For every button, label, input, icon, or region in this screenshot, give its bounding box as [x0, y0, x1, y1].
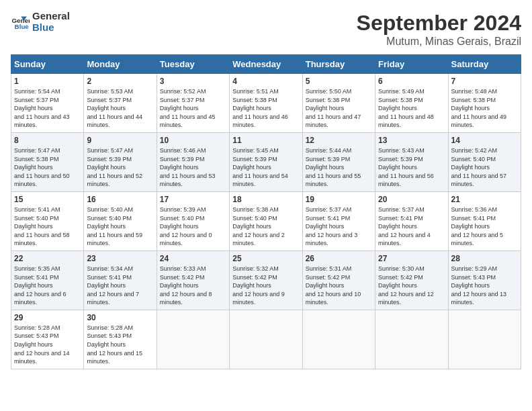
calendar-cell: 1 Sunrise: 5:54 AM Sunset: 5:37 PM Dayli… — [11, 74, 84, 133]
day-info: Sunrise: 5:53 AM Sunset: 5:37 PM Dayligh… — [87, 87, 153, 130]
column-header-sunday: Sunday — [11, 55, 84, 74]
day-info: Sunrise: 5:44 AM Sunset: 5:39 PM Dayligh… — [306, 146, 372, 189]
calendar-cell: 10 Sunrise: 5:46 AM Sunset: 5:39 PM Dayl… — [157, 132, 229, 191]
calendar-week-5: 29 Sunrise: 5:28 AM Sunset: 5:43 PM Dayl… — [11, 310, 521, 369]
day-info: Sunrise: 5:42 AM Sunset: 5:40 PM Dayligh… — [451, 146, 518, 189]
day-number: 15 — [14, 195, 81, 204]
calendar-week-3: 15 Sunrise: 5:41 AM Sunset: 5:40 PM Dayl… — [11, 191, 521, 250]
calendar-cell: 6 Sunrise: 5:49 AM Sunset: 5:38 PM Dayli… — [375, 74, 448, 133]
calendar-cell: 22 Sunrise: 5:35 AM Sunset: 5:41 PM Dayl… — [11, 250, 84, 310]
location-subtitle: Mutum, Minas Gerais, Brazil — [357, 36, 521, 48]
logo-line2: Blue — [32, 22, 70, 34]
day-number: 14 — [451, 136, 518, 145]
day-number: 2 — [87, 77, 153, 86]
logo-line1: General — [32, 11, 70, 22]
logo-text: General Blue — [32, 11, 70, 33]
logo: General Blue General Blue — [11, 11, 70, 33]
day-info: Sunrise: 5:34 AM Sunset: 5:41 PM Dayligh… — [87, 265, 153, 307]
calendar-table: SundayMondayTuesdayWednesdayThursdayFrid… — [11, 54, 521, 369]
calendar-cell: 29 Sunrise: 5:28 AM Sunset: 5:43 PM Dayl… — [11, 310, 84, 369]
day-number: 24 — [160, 254, 226, 263]
calendar-cell: 25 Sunrise: 5:32 AM Sunset: 5:42 PM Dayl… — [230, 250, 302, 310]
calendar-cell: 27 Sunrise: 5:30 AM Sunset: 5:42 PM Dayl… — [375, 250, 448, 310]
day-info: Sunrise: 5:37 AM Sunset: 5:41 PM Dayligh… — [306, 205, 372, 248]
calendar-cell: 17 Sunrise: 5:39 AM Sunset: 5:40 PM Dayl… — [157, 191, 229, 250]
calendar-cell: 23 Sunrise: 5:34 AM Sunset: 5:41 PM Dayl… — [84, 250, 157, 310]
day-info: Sunrise: 5:29 AM Sunset: 5:43 PM Dayligh… — [451, 265, 518, 307]
day-number: 7 — [451, 77, 518, 86]
calendar-cell — [448, 310, 521, 369]
day-number: 18 — [232, 195, 299, 204]
day-info: Sunrise: 5:52 AM Sunset: 5:37 PM Dayligh… — [160, 87, 226, 130]
day-info: Sunrise: 5:47 AM Sunset: 5:39 PM Dayligh… — [87, 146, 153, 189]
calendar-cell: 26 Sunrise: 5:31 AM Sunset: 5:42 PM Dayl… — [302, 250, 375, 310]
day-info: Sunrise: 5:35 AM Sunset: 5:41 PM Dayligh… — [14, 265, 81, 307]
calendar-cell: 18 Sunrise: 5:38 AM Sunset: 5:40 PM Dayl… — [230, 191, 302, 250]
calendar-cell: 4 Sunrise: 5:51 AM Sunset: 5:38 PM Dayli… — [230, 74, 302, 133]
day-number: 10 — [160, 136, 226, 145]
day-number: 4 — [232, 77, 299, 86]
column-header-wednesday: Wednesday — [230, 55, 302, 74]
day-number: 26 — [306, 254, 372, 263]
calendar-cell — [230, 310, 302, 369]
day-info: Sunrise: 5:45 AM Sunset: 5:39 PM Dayligh… — [232, 146, 299, 189]
calendar-cell — [302, 310, 375, 369]
logo-icon: General Blue — [11, 13, 30, 32]
day-number: 23 — [87, 254, 153, 263]
day-number: 11 — [232, 136, 299, 145]
calendar-cell: 9 Sunrise: 5:47 AM Sunset: 5:39 PM Dayli… — [84, 132, 157, 191]
day-number: 17 — [160, 195, 226, 204]
calendar-week-1: 1 Sunrise: 5:54 AM Sunset: 5:37 PM Dayli… — [11, 74, 521, 133]
calendar-cell: 13 Sunrise: 5:43 AM Sunset: 5:39 PM Dayl… — [375, 132, 448, 191]
day-number: 13 — [378, 136, 445, 145]
day-info: Sunrise: 5:31 AM Sunset: 5:42 PM Dayligh… — [306, 265, 372, 307]
day-number: 29 — [14, 313, 81, 322]
day-number: 21 — [451, 195, 518, 204]
column-header-monday: Monday — [84, 55, 157, 74]
column-header-tuesday: Tuesday — [157, 55, 229, 74]
calendar-cell: 12 Sunrise: 5:44 AM Sunset: 5:39 PM Dayl… — [302, 132, 375, 191]
day-number: 30 — [87, 313, 153, 322]
day-info: Sunrise: 5:54 AM Sunset: 5:37 PM Dayligh… — [14, 87, 81, 130]
day-info: Sunrise: 5:36 AM Sunset: 5:41 PM Dayligh… — [451, 205, 518, 248]
day-number: 12 — [306, 136, 372, 145]
calendar-cell: 19 Sunrise: 5:37 AM Sunset: 5:41 PM Dayl… — [302, 191, 375, 250]
day-info: Sunrise: 5:49 AM Sunset: 5:38 PM Dayligh… — [378, 87, 445, 130]
day-info: Sunrise: 5:46 AM Sunset: 5:39 PM Dayligh… — [160, 146, 226, 189]
day-number: 1 — [14, 77, 81, 86]
calendar-cell: 14 Sunrise: 5:42 AM Sunset: 5:40 PM Dayl… — [448, 132, 521, 191]
day-info: Sunrise: 5:50 AM Sunset: 5:38 PM Dayligh… — [306, 87, 372, 130]
calendar-cell: 20 Sunrise: 5:37 AM Sunset: 5:41 PM Dayl… — [375, 191, 448, 250]
column-header-saturday: Saturday — [448, 55, 521, 74]
day-number: 27 — [378, 254, 445, 263]
day-info: Sunrise: 5:51 AM Sunset: 5:38 PM Dayligh… — [232, 87, 299, 130]
title-area: September 2024 Mutum, Minas Gerais, Braz… — [357, 11, 521, 48]
day-info: Sunrise: 5:39 AM Sunset: 5:40 PM Dayligh… — [160, 205, 226, 248]
svg-text:Blue: Blue — [15, 22, 30, 30]
day-number: 25 — [232, 254, 299, 263]
day-info: Sunrise: 5:30 AM Sunset: 5:42 PM Dayligh… — [378, 265, 445, 307]
calendar-cell: 8 Sunrise: 5:47 AM Sunset: 5:38 PM Dayli… — [11, 132, 84, 191]
day-info: Sunrise: 5:33 AM Sunset: 5:42 PM Dayligh… — [160, 265, 226, 307]
calendar-cell: 15 Sunrise: 5:41 AM Sunset: 5:40 PM Dayl… — [11, 191, 84, 250]
calendar-cell: 2 Sunrise: 5:53 AM Sunset: 5:37 PM Dayli… — [84, 74, 157, 133]
day-info: Sunrise: 5:48 AM Sunset: 5:38 PM Dayligh… — [451, 87, 518, 130]
day-number: 3 — [160, 77, 226, 86]
day-number: 28 — [451, 254, 518, 263]
day-number: 16 — [87, 195, 153, 204]
day-info: Sunrise: 5:38 AM Sunset: 5:40 PM Dayligh… — [232, 205, 299, 248]
calendar-cell — [157, 310, 229, 369]
day-info: Sunrise: 5:41 AM Sunset: 5:40 PM Dayligh… — [14, 205, 81, 248]
calendar-cell: 21 Sunrise: 5:36 AM Sunset: 5:41 PM Dayl… — [448, 191, 521, 250]
calendar-header-row: SundayMondayTuesdayWednesdayThursdayFrid… — [11, 55, 521, 74]
day-info: Sunrise: 5:28 AM Sunset: 5:43 PM Dayligh… — [14, 324, 81, 366]
day-info: Sunrise: 5:40 AM Sunset: 5:40 PM Dayligh… — [87, 205, 153, 248]
calendar-cell: 11 Sunrise: 5:45 AM Sunset: 5:39 PM Dayl… — [230, 132, 302, 191]
day-number: 6 — [378, 77, 445, 86]
calendar-cell: 28 Sunrise: 5:29 AM Sunset: 5:43 PM Dayl… — [448, 250, 521, 310]
day-info: Sunrise: 5:28 AM Sunset: 5:43 PM Dayligh… — [87, 324, 153, 366]
column-header-thursday: Thursday — [302, 55, 375, 74]
calendar-cell: 7 Sunrise: 5:48 AM Sunset: 5:38 PM Dayli… — [448, 74, 521, 133]
column-header-friday: Friday — [375, 55, 448, 74]
calendar-cell: 24 Sunrise: 5:33 AM Sunset: 5:42 PM Dayl… — [157, 250, 229, 310]
